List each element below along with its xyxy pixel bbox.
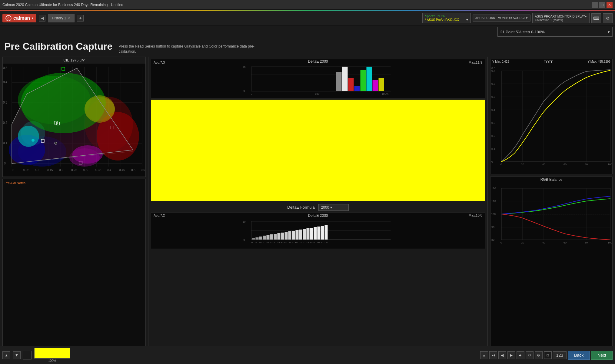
svg-text:100: 100 bbox=[491, 213, 496, 216]
svg-rect-107 bbox=[321, 226, 324, 240]
svg-text:0.5: 0.5 bbox=[491, 95, 495, 98]
svg-rect-100 bbox=[296, 230, 299, 240]
svg-text:0: 0 bbox=[244, 238, 245, 241]
add-tab-button[interactable]: + bbox=[77, 15, 84, 22]
deltae-formula-label: DeltaE Formula bbox=[287, 205, 314, 210]
nav-up-icon[interactable]: ▲ bbox=[480, 351, 488, 359]
svg-rect-95 bbox=[278, 233, 281, 240]
monitor-display-dropdown[interactable]: ASUS PROART MONITOR DISPLAY ▾ Calibratio… bbox=[532, 13, 590, 23]
deltae-top-max: Max:11.9 bbox=[469, 61, 482, 64]
step-dropdown[interactable]: 21 Point 5% step 0-100% ▾ bbox=[497, 27, 613, 37]
deltae-formula-value: 2000 bbox=[321, 205, 329, 210]
svg-rect-103 bbox=[307, 228, 310, 240]
svg-text:15: 15 bbox=[263, 241, 265, 244]
page-description: Press the Read Series button to capture … bbox=[118, 44, 270, 54]
svg-rect-90 bbox=[259, 237, 262, 240]
svg-text:80: 80 bbox=[585, 163, 588, 166]
right-panel: Y Min: 0.423 EOTF Y Max: 455.5296 bbox=[488, 57, 615, 364]
nav-settings[interactable]: ⚙ bbox=[535, 351, 543, 359]
deltae-bottom-max: Max:10.8 bbox=[469, 213, 482, 217]
svg-text:30: 30 bbox=[274, 241, 276, 244]
svg-text:100: 100 bbox=[608, 163, 612, 166]
svg-text:10: 10 bbox=[259, 241, 262, 244]
titlebar-title: Calman 2020 Calman Ultimate for Business… bbox=[2, 3, 123, 7]
svg-text:120: 120 bbox=[491, 187, 496, 190]
svg-text:0.3: 0.3 bbox=[83, 168, 88, 172]
svg-text:80: 80 bbox=[585, 241, 588, 244]
display-calibration-label: Calibration 1 (Matrix) bbox=[535, 18, 587, 22]
maximize-button[interactable]: □ bbox=[599, 2, 605, 8]
tab-history-1[interactable]: History 1 ✕ bbox=[48, 14, 75, 22]
deltae-top-title: DeltaE 2000 bbox=[308, 59, 328, 64]
nav-btn-group: ▲ ⏮ ◀ ▶ ⏭ ↺ ⚙ □ 123 Back Next bbox=[480, 351, 613, 360]
nav-play[interactable]: ▶ bbox=[507, 351, 515, 359]
svg-rect-88 bbox=[252, 238, 255, 240]
tab-nav-prev[interactable]: ◀ bbox=[39, 15, 45, 22]
calman-logo[interactable]: C calman ▾ bbox=[2, 14, 36, 22]
svg-rect-73 bbox=[342, 67, 348, 91]
keyboard-icon-button[interactable]: ⌨ bbox=[591, 13, 601, 23]
svg-rect-97 bbox=[285, 232, 288, 240]
svg-text:0.1: 0.1 bbox=[491, 147, 495, 151]
deltae-formula-select[interactable]: 2000 ▾ bbox=[318, 204, 349, 211]
svg-text:35: 35 bbox=[277, 241, 280, 244]
bottom-nav-down[interactable]: ▼ bbox=[13, 351, 21, 359]
deltae-top-svg: 0 10 0 100 100% bbox=[151, 64, 485, 97]
svg-text:0.5: 0.5 bbox=[3, 66, 7, 70]
svg-rect-74 bbox=[348, 78, 354, 91]
swatch-label: 100% bbox=[48, 359, 56, 362]
svg-text:70: 70 bbox=[303, 241, 305, 244]
svg-text:100%: 100% bbox=[382, 92, 389, 95]
titlebar-controls[interactable]: — □ ✕ bbox=[592, 2, 613, 8]
svg-text:0: 0 bbox=[12, 168, 14, 172]
svg-text:90: 90 bbox=[317, 241, 320, 244]
svg-text:0.25: 0.25 bbox=[71, 168, 77, 172]
svg-text:10: 10 bbox=[243, 220, 246, 223]
notes-area: Pre-Cal Notes: bbox=[2, 179, 146, 362]
svg-text:0: 0 bbox=[4, 162, 6, 165]
svg-text:0.4: 0.4 bbox=[491, 108, 495, 111]
svg-text:85: 85 bbox=[314, 241, 316, 244]
back-button[interactable]: Back bbox=[568, 351, 590, 360]
eotf-header: Y Min: 0.423 EOTF Y Max: 455.5296 bbox=[490, 59, 612, 65]
deltae-bottom-avg: Avg:7.2 bbox=[154, 213, 165, 217]
deltae-top-header: Avg:7.3 DeltaE 2000 Max:11.9 bbox=[151, 59, 485, 64]
next-button[interactable]: Next bbox=[591, 351, 613, 360]
svg-rect-101 bbox=[299, 230, 302, 240]
bottom-bar: ▲ ▼ 100% ▲ ⏮ ◀ ▶ ⏭ ↺ ⚙ □ 123 Back Next bbox=[0, 346, 615, 364]
bottom-nav-up[interactable]: ▲ bbox=[2, 351, 10, 359]
nav-square[interactable]: □ bbox=[544, 351, 552, 359]
monitor-source-dropdown[interactable]: ASUS PROART MONITOR SOURCE ▾ bbox=[473, 15, 530, 22]
settings-icon-button[interactable]: ⚙ bbox=[603, 13, 613, 23]
deltae-formula-dropdown-icon: ▾ bbox=[330, 205, 332, 210]
svg-rect-94 bbox=[274, 234, 277, 240]
svg-rect-76 bbox=[361, 70, 366, 91]
page-title-area: Pre Calibration Capture Press the Read S… bbox=[0, 38, 615, 57]
svg-text:5: 5 bbox=[255, 241, 257, 244]
monitor-display-value: ASUS PROART MONITOR DISPLAY ▾ bbox=[535, 15, 587, 18]
middle-panel: Avg:7.3 DeltaE 2000 Max:11.9 bbox=[148, 57, 488, 364]
tab-close-icon[interactable]: ✕ bbox=[68, 16, 71, 20]
svg-rect-77 bbox=[367, 67, 372, 91]
deltae-bottom-svg: 10 0 bbox=[151, 218, 485, 249]
yellow-color-patch bbox=[151, 100, 485, 201]
eotf-title: EOTF bbox=[544, 60, 553, 64]
titlebar-left: Calman 2020 Calman Ultimate for Business… bbox=[2, 3, 123, 7]
nav-refresh[interactable]: ↺ bbox=[526, 351, 534, 359]
nav-prev-frame[interactable]: ⏮ bbox=[489, 351, 497, 359]
svg-text:0.4: 0.4 bbox=[3, 81, 7, 84]
cie-chart-title: CIE 1976 u'v' bbox=[3, 57, 145, 64]
source-device-dropdown[interactable]: SpectraCal C6 * ASUS ProArt PA32UCX ▾ bbox=[422, 13, 471, 23]
display-dropdown-icon: ▾ bbox=[585, 15, 587, 18]
deltae-top-chart: Avg:7.3 DeltaE 2000 Max:11.9 bbox=[151, 59, 485, 98]
svg-text:0.2: 0.2 bbox=[3, 121, 7, 124]
nav-prev[interactable]: ◀ bbox=[498, 351, 506, 359]
svg-text:0.45: 0.45 bbox=[119, 168, 125, 172]
close-button[interactable]: ✕ bbox=[607, 2, 613, 8]
svg-text:0: 0 bbox=[500, 163, 502, 166]
deltae-bottom-title: DeltaE 2000 bbox=[151, 213, 485, 218]
nav-next-frame[interactable]: ⏭ bbox=[517, 351, 524, 359]
minimize-button[interactable]: — bbox=[592, 2, 598, 8]
notes-label: Pre-Cal Notes: bbox=[5, 181, 26, 185]
svg-text:60: 60 bbox=[563, 241, 567, 244]
